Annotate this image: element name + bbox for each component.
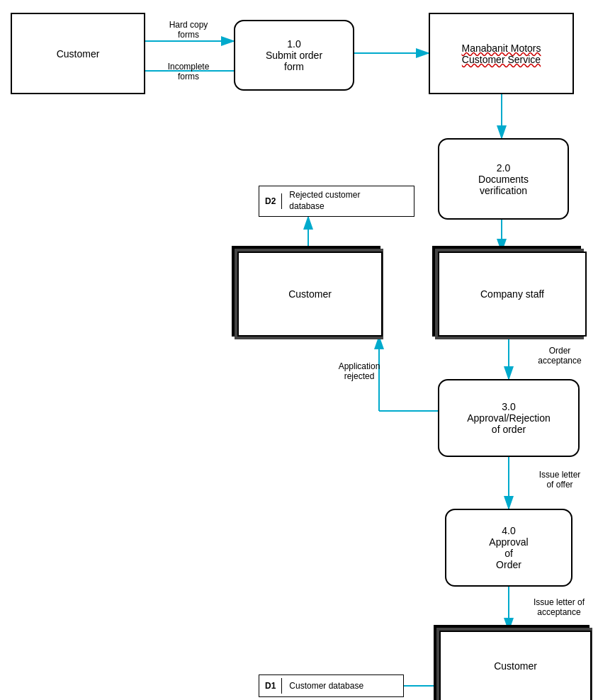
incomplete-forms-label: Incomplete forms <box>153 62 224 81</box>
d2-id: D2 <box>259 193 282 209</box>
submit-order-label: 1.0 Submit order form <box>266 38 322 72</box>
hard-copy-label: Hard copy forms <box>153 20 224 40</box>
customer-mid-label: Customer <box>288 288 332 300</box>
manabanit-box: Manabanit Motors Customer Service <box>429 13 574 94</box>
application-rejected-label: Application rejected <box>320 361 398 381</box>
customer-box-top: Customer <box>11 13 145 94</box>
manabanit-label: Manabanit Motors Customer Service <box>461 43 541 65</box>
d1-label: Customer database <box>282 678 371 694</box>
approval-rejection-label: 3.0 Approval/Rejection of order <box>467 401 551 435</box>
customer-box-mid: Customer <box>237 252 383 337</box>
d2-label: Rejected customer database <box>282 187 367 215</box>
customer-bottom-label: Customer <box>494 660 537 672</box>
company-staff-label: Company staff <box>480 288 544 300</box>
issue-letter-offer-label: Issue letter of offer <box>524 470 595 490</box>
company-staff-box: Company staff <box>438 252 587 337</box>
order-acceptance-label: Order acceptance <box>524 346 595 366</box>
approval-order-label: 4.0 Approval of Order <box>489 525 528 570</box>
approval-order-box: 4.0 Approval of Order <box>445 509 572 587</box>
d1-id: D1 <box>259 678 282 694</box>
customer-box-bottom: Customer <box>439 631 592 700</box>
diagram: Customer 1.0 Submit order form Manabanit… <box>0 0 598 700</box>
customer-top-label: Customer <box>57 48 100 60</box>
d2-box: D2 Rejected customer database <box>259 186 414 217</box>
documents-verification-label: 2.0 Documents verification <box>478 162 529 196</box>
submit-order-box: 1.0 Submit order form <box>234 20 354 91</box>
documents-verification-box: 2.0 Documents verification <box>438 138 569 220</box>
d1-box: D1 Customer database <box>259 674 404 697</box>
approval-rejection-box: 3.0 Approval/Rejection of order <box>438 379 580 457</box>
issue-letter-acceptance-label: Issue letter of acceptance <box>520 597 598 617</box>
arrows-svg <box>0 0 598 700</box>
